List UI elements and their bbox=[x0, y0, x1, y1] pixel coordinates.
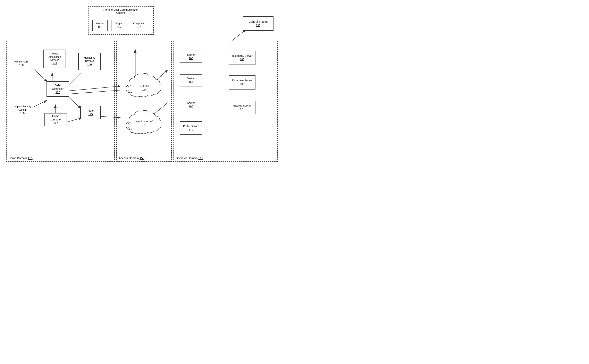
svg-line-15 bbox=[232, 30, 246, 41]
home-domain: Home Domain 110 RF Sensors 130 Home Auto… bbox=[6, 41, 115, 162]
telephony-server-box: Telephony Server 180 bbox=[229, 51, 255, 65]
rf-sensors-num: 130 bbox=[19, 64, 24, 67]
computer-num: 197 bbox=[136, 26, 141, 29]
server3-num: 165 bbox=[189, 105, 193, 108]
rf-sensors-label: RF Sensors bbox=[14, 60, 28, 64]
svg-text:154: 154 bbox=[142, 88, 147, 91]
database-label: Database Server bbox=[232, 79, 252, 82]
database-num: 185 bbox=[240, 82, 244, 86]
backup-num: 175 bbox=[240, 108, 244, 111]
telephony-num: 180 bbox=[240, 58, 244, 61]
home-automation-box: Home Automation Devices 145 bbox=[43, 50, 66, 68]
monitoring-num: 140 bbox=[87, 63, 92, 66]
access-domain-label: Access Domain 150 bbox=[119, 156, 144, 160]
mobile-label: Mobile bbox=[96, 22, 104, 26]
server1-box: Server 165 bbox=[180, 51, 202, 63]
home-computer-num: 127 bbox=[53, 122, 58, 125]
portal-server-label: Portal Server bbox=[183, 124, 199, 128]
remote-title: Remote User CommunicationOptions bbox=[89, 8, 153, 14]
server2-num: 165 bbox=[189, 80, 193, 84]
legacy-security-box: Legacy Security System 135 bbox=[11, 100, 34, 120]
monitoring-box: Monitoring Devices 140 bbox=[78, 53, 101, 70]
backup-server-box: Backup Server 175 bbox=[229, 101, 255, 114]
server1-num: 165 bbox=[189, 57, 193, 60]
server1-label: Server bbox=[187, 53, 195, 57]
home-computer-label: Home Computer bbox=[46, 115, 65, 122]
computer-box: Computer 197 bbox=[130, 20, 147, 31]
rf-sensors-box: RF Sensors 130 bbox=[12, 56, 31, 71]
router-box: Router 125 bbox=[80, 106, 101, 119]
pager-num: 195 bbox=[117, 26, 121, 29]
central-station-box: Central Station 190 bbox=[243, 16, 273, 31]
cellular-cloud-svg: Cellular 154 bbox=[122, 72, 167, 99]
central-station-label: Central Station bbox=[249, 20, 268, 24]
telephony-label: Telephony Server bbox=[232, 54, 252, 58]
svg-text:152: 152 bbox=[142, 124, 147, 127]
home-domain-label: Home Domain 110 bbox=[9, 156, 32, 160]
wan-cloud-svg: WAN (Internet) 152 bbox=[122, 109, 167, 136]
portal-server-box: Portal Server 170 bbox=[180, 121, 202, 135]
monitoring-label: Monitoring Devices bbox=[80, 56, 99, 63]
router-num: 125 bbox=[88, 113, 93, 116]
router-label: Router bbox=[86, 109, 94, 113]
portal-server-num: 170 bbox=[189, 128, 193, 131]
home-automation-num: 145 bbox=[52, 62, 57, 65]
backup-label: Backup Server bbox=[233, 104, 251, 108]
database-server-box: Database Server 185 bbox=[229, 75, 255, 90]
sma-controller-box: SMAController 120 bbox=[46, 81, 69, 97]
remote-communication-container: Remote User CommunicationOptions Mobile … bbox=[88, 6, 154, 35]
legacy-label: Legacy Security System bbox=[13, 105, 32, 111]
operator-domain: Operator Domain 160 Server 165 Server 16… bbox=[173, 41, 278, 162]
svg-text:WAN (Internet): WAN (Internet) bbox=[136, 120, 153, 123]
server3-box: Server 165 bbox=[180, 99, 202, 111]
pager-box: Pager 195 bbox=[111, 20, 126, 31]
server3-label: Server bbox=[187, 101, 195, 105]
mobile-num: 192 bbox=[98, 26, 102, 29]
sma-num: 120 bbox=[56, 91, 60, 94]
operator-domain-label: Operator Domain 160 bbox=[175, 156, 203, 160]
access-domain: Access Domain 150 Cellular 154 WAN (Inte… bbox=[116, 41, 172, 162]
sma-label: SMAController bbox=[52, 84, 64, 91]
home-automation-label: Home Automation Devices bbox=[45, 52, 64, 62]
home-computer-box: Home Computer 127 bbox=[45, 113, 67, 126]
central-station-num: 190 bbox=[256, 24, 260, 27]
svg-text:Cellular: Cellular bbox=[140, 84, 149, 87]
server2-label: Server bbox=[187, 77, 195, 80]
mobile-box: Mobile 192 bbox=[92, 20, 108, 31]
diagram: Remote User CommunicationOptions Mobile … bbox=[0, 0, 287, 176]
server2-box: Server 165 bbox=[180, 74, 202, 86]
pager-label: Pager bbox=[115, 22, 122, 26]
computer-label: Computer bbox=[133, 22, 144, 26]
legacy-num: 135 bbox=[20, 111, 25, 115]
